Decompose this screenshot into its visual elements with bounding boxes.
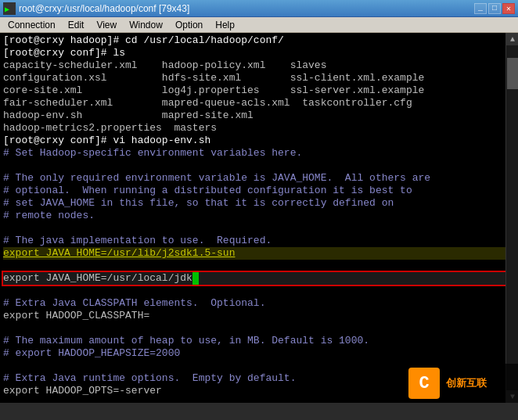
terminal-line: # The only required environment variable…: [3, 172, 515, 185]
minimize-button[interactable]: _: [474, 3, 487, 14]
terminal-line: [3, 160, 515, 172]
scrollbar[interactable]: ▲ ▼: [505, 33, 518, 403]
titlebar-title: root@crxy:/usr/local/hadoop/conf [79x43]: [19, 3, 189, 14]
terminal-line: fair-scheduler.xml mapred-queue-acls.xml…: [3, 97, 515, 109]
menu-option[interactable]: Option: [169, 18, 209, 32]
terminal-line: # Set Hadoop-specific environment variab…: [3, 147, 515, 160]
menu-window[interactable]: Window: [123, 18, 169, 32]
terminal-line: # The java implementation to use. Requir…: [3, 235, 515, 247]
terminal-line: [3, 260, 515, 272]
svg-text:C: C: [419, 374, 429, 393]
terminal-line: # remote nodes.: [3, 210, 515, 222]
terminal-cursor: [192, 272, 199, 285]
terminal[interactable]: [root@crxy hadoop]# cd /usr/local/hadoop…: [0, 33, 518, 403]
close-button[interactable]: ✕: [502, 3, 515, 14]
terminal-line: configuration.xsl hdfs-site.xml ssl-clie…: [3, 72, 515, 84]
terminal-line: hadoop-env.sh mapred-site.xml: [3, 109, 515, 122]
menubar: Connection Edit View Window Option Help: [0, 17, 518, 33]
menu-connection[interactable]: Connection: [2, 18, 62, 32]
terminal-line: # export HADOOP_HEAPSIZE=2000: [3, 347, 515, 360]
terminal-line: # set JAVA_HOME in this file, so that it…: [3, 197, 515, 210]
terminal-line: [root@crxy conf]# ls: [3, 47, 515, 59]
terminal-line: [root@crxy hadoop]# cd /usr/local/hadoop…: [3, 34, 515, 47]
menu-help[interactable]: Help: [209, 18, 241, 32]
scroll-up-button[interactable]: ▲: [506, 33, 518, 45]
menu-view[interactable]: View: [90, 18, 123, 32]
watermark-logo: C: [408, 368, 440, 399]
terminal-line: # Extra Java CLASSPATH elements. Optiona…: [3, 297, 515, 310]
watermark: C 创新互联: [377, 364, 518, 403]
menu-edit[interactable]: Edit: [62, 18, 91, 32]
titlebar-controls: _ □ ✕: [474, 3, 515, 14]
terminal-line: [3, 222, 515, 235]
terminal-cursor-line: export JAVA_HOME=/usr/local/jdk: [3, 272, 515, 285]
terminal-icon: ▶: [3, 2, 16, 15]
titlebar: ▶ root@crxy:/usr/local/hadoop/conf [79x4…: [0, 0, 518, 17]
terminal-line: [3, 285, 515, 297]
svg-text:▶: ▶: [5, 5, 9, 14]
watermark-text: 创新互联: [446, 376, 487, 390]
terminal-line: [3, 322, 515, 335]
scroll-thumb[interactable]: [507, 58, 518, 89]
terminal-line: [root@crxy conf]# vi hadoop-env.sh: [3, 135, 515, 147]
terminal-line: hadoop-metrics2.properties masters: [3, 122, 515, 135]
terminal-line: core-site.xml log4j.properties ssl-serve…: [3, 84, 515, 97]
terminal-highlighted-line: export JAVA_HOME=/usr/lib/j2sdk1.5-sun: [3, 247, 515, 260]
terminal-line: capacity-scheduler.xml hadoop-policy.xml…: [3, 59, 515, 72]
terminal-line: # optional. When running a distributed c…: [3, 185, 515, 197]
maximize-button[interactable]: □: [488, 3, 501, 14]
terminal-line: # The maximum amount of heap to use, in …: [3, 335, 515, 347]
terminal-line: export HADOOP_CLASSPATH=: [3, 310, 515, 322]
